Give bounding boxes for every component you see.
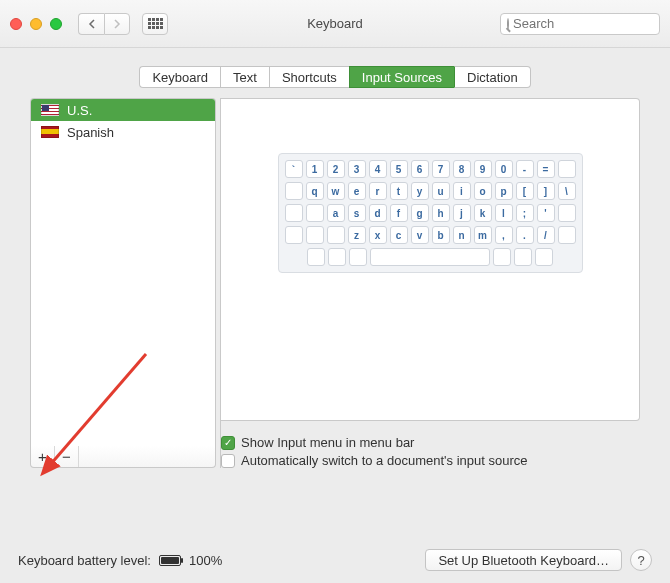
- key-blank: .: [306, 204, 324, 222]
- flag-icon-es: [41, 126, 59, 138]
- minimize-window-button[interactable]: [30, 18, 42, 30]
- key: -: [516, 160, 534, 178]
- search-icon: [507, 18, 509, 30]
- spacebar-key: .: [370, 248, 490, 266]
- key: 5: [390, 160, 408, 178]
- key: ,: [495, 226, 513, 244]
- key: h: [432, 204, 450, 222]
- key-blank: .: [306, 226, 324, 244]
- keyboard-row: ..asdfghjkl;'.: [285, 204, 576, 222]
- key-blank: .: [558, 204, 576, 222]
- list-item-label: U.S.: [67, 103, 92, 118]
- key: 6: [411, 160, 429, 178]
- tab-keyboard[interactable]: Keyboard: [139, 66, 220, 88]
- key: \: [558, 182, 576, 200]
- forward-button[interactable]: [104, 13, 130, 35]
- content-area: U.S. Spanish + − `1234567890-=..qwertyui…: [30, 98, 640, 468]
- show-all-button[interactable]: [142, 13, 168, 35]
- sources-column: U.S. Spanish + −: [30, 98, 216, 468]
- key: r: [369, 182, 387, 200]
- chevron-left-icon: [88, 19, 96, 29]
- key: w: [327, 182, 345, 200]
- tab-dictation[interactable]: Dictation: [454, 66, 531, 88]
- search-input[interactable]: [513, 16, 670, 31]
- tab-input-sources[interactable]: Input Sources: [349, 66, 454, 88]
- strip-spacer: [79, 446, 215, 467]
- key: i: [453, 182, 471, 200]
- keyboard-graphic: `1234567890-=..qwertyuiop[]\..asdfghjkl;…: [278, 153, 583, 273]
- key: v: [411, 226, 429, 244]
- prefs-tabs: Keyboard Text Shortcuts Input Sources Di…: [0, 66, 670, 88]
- remove-source-button[interactable]: −: [55, 446, 79, 467]
- key: z: [348, 226, 366, 244]
- key: c: [390, 226, 408, 244]
- key: o: [474, 182, 492, 200]
- toolbar: Keyboard: [0, 0, 670, 48]
- key: x: [369, 226, 387, 244]
- key-blank: .: [514, 248, 532, 266]
- key: ]: [537, 182, 555, 200]
- search-field[interactable]: [500, 13, 660, 35]
- key: s: [348, 204, 366, 222]
- key: l: [495, 204, 513, 222]
- key-blank: .: [328, 248, 346, 266]
- add-remove-strip: + −: [30, 446, 216, 468]
- key: 2: [327, 160, 345, 178]
- input-sources-list[interactable]: U.S. Spanish: [30, 98, 216, 446]
- keyboard-row: `1234567890-=.: [285, 160, 576, 178]
- key: =: [537, 160, 555, 178]
- key: y: [411, 182, 429, 200]
- key: [: [516, 182, 534, 200]
- key: 1: [306, 160, 324, 178]
- tab-shortcuts[interactable]: Shortcuts: [269, 66, 349, 88]
- keyboard-row: ...zxcvbnm,./.: [285, 226, 576, 244]
- key: 0: [495, 160, 513, 178]
- chevron-right-icon: [113, 19, 121, 29]
- key: a: [327, 204, 345, 222]
- battery-label: Keyboard battery level:: [18, 553, 151, 568]
- key: k: [474, 204, 492, 222]
- key: ;: [516, 204, 534, 222]
- zoom-window-button[interactable]: [50, 18, 62, 30]
- key-blank: .: [493, 248, 511, 266]
- auto-switch-option[interactable]: Automatically switch to a document's inp…: [221, 453, 640, 468]
- key-blank: .: [535, 248, 553, 266]
- preview-column: `1234567890-=..qwertyuiop[]\..asdfghjkl;…: [220, 98, 640, 468]
- key: 7: [432, 160, 450, 178]
- checkbox-checked[interactable]: ✓: [221, 436, 235, 450]
- key: j: [453, 204, 471, 222]
- key-blank: .: [285, 226, 303, 244]
- footer: Keyboard battery level: 100% Set Up Blue…: [0, 537, 670, 583]
- key: `: [285, 160, 303, 178]
- battery-value: 100%: [189, 553, 222, 568]
- key: q: [306, 182, 324, 200]
- help-button[interactable]: ?: [630, 549, 652, 571]
- tab-text[interactable]: Text: [220, 66, 269, 88]
- options-group: ✓ Show Input menu in menu bar Automatica…: [221, 435, 640, 468]
- key: /: [537, 226, 555, 244]
- key-blank: .: [349, 248, 367, 266]
- key: b: [432, 226, 450, 244]
- window-controls: [10, 18, 62, 30]
- key: .: [516, 226, 534, 244]
- setup-bluetooth-button[interactable]: Set Up Bluetooth Keyboard…: [425, 549, 622, 571]
- key: g: [411, 204, 429, 222]
- key: 8: [453, 160, 471, 178]
- key: ': [537, 204, 555, 222]
- show-input-menu-option[interactable]: ✓ Show Input menu in menu bar: [221, 435, 640, 450]
- nav-buttons: [78, 13, 130, 35]
- list-item[interactable]: Spanish: [31, 121, 215, 143]
- keyboard-row: .qwertyuiop[]\: [285, 182, 576, 200]
- back-button[interactable]: [78, 13, 104, 35]
- close-window-button[interactable]: [10, 18, 22, 30]
- checkbox-unchecked[interactable]: [221, 454, 235, 468]
- key: n: [453, 226, 471, 244]
- key: d: [369, 204, 387, 222]
- key: 4: [369, 160, 387, 178]
- key-blank: .: [327, 226, 345, 244]
- list-item[interactable]: U.S.: [31, 99, 215, 121]
- option-label: Automatically switch to a document's inp…: [241, 453, 527, 468]
- add-source-button[interactable]: +: [31, 446, 55, 467]
- grid-icon: [148, 18, 163, 29]
- key: u: [432, 182, 450, 200]
